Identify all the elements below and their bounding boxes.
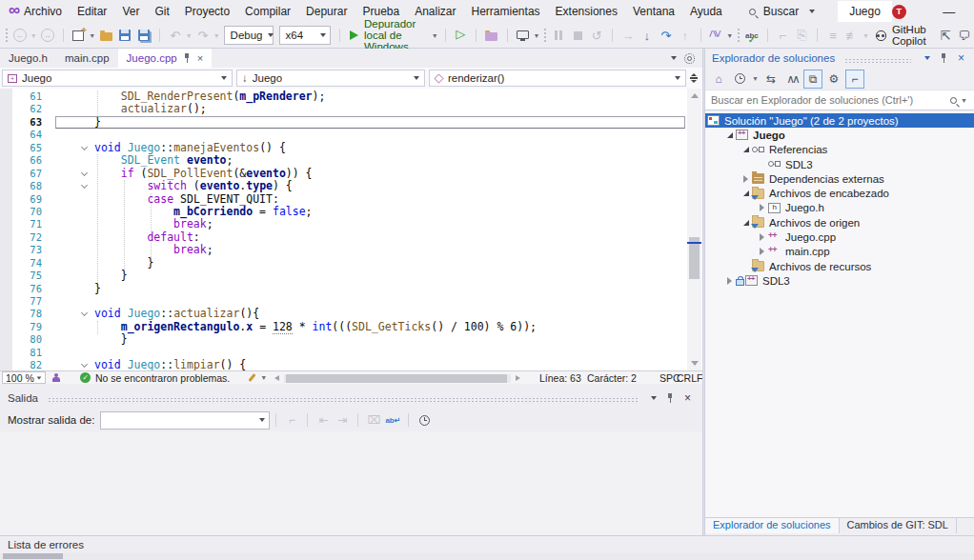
- menu-archivo[interactable]: Archivo: [16, 2, 70, 21]
- fold-collapse-icon[interactable]: [81, 361, 88, 368]
- fold-collapse-icon[interactable]: [81, 144, 88, 150]
- output-title-bar[interactable]: Salida ×: [0, 390, 702, 407]
- menu-ver[interactable]: Ver: [114, 2, 147, 21]
- window-position-menu[interactable]: [924, 56, 930, 60]
- copilot-chat-button[interactable]: 🗩: [956, 26, 973, 45]
- code-line-66[interactable]: 66 SDL_Event evento;: [0, 154, 702, 167]
- code-line-61[interactable]: 61 SDL_RenderPresent(m_pRenderer);: [0, 90, 702, 103]
- code-line-81[interactable]: 81: [0, 347, 702, 359]
- menu-ventana[interactable]: Ventana: [625, 2, 682, 21]
- step-into-button[interactable]: ↓: [639, 26, 656, 45]
- problems-status[interactable]: No se encontraron problemas.: [95, 372, 230, 384]
- code-line-64[interactable]: 64: [0, 129, 702, 141]
- zoom-dropdown[interactable]: 100 %: [2, 371, 46, 384]
- start-without-debugging-button[interactable]: [452, 26, 469, 45]
- code-line-62[interactable]: 62 actualizar();: [0, 103, 702, 115]
- restart-button[interactable]: ↺: [588, 26, 605, 45]
- tree-item-juego-cpp[interactable]: Juego.cpp: [705, 230, 974, 244]
- word-wrap-button[interactable]: ab↵: [383, 411, 402, 429]
- step-out-button[interactable]: ↑: [677, 26, 694, 45]
- document-tab-main-cpp[interactable]: main.cpp: [56, 49, 118, 68]
- expand-arrow-icon[interactable]: [740, 175, 752, 183]
- editor-options-gear-icon[interactable]: [684, 53, 695, 64]
- code-line-78[interactable]: 78void Juego::actualizar(){: [0, 308, 702, 320]
- menu-juego[interactable]: Juego: [838, 1, 892, 22]
- redo-button[interactable]: ↷: [194, 26, 212, 45]
- restore-button[interactable]: [967, 0, 974, 23]
- share-button[interactable]: ⇱: [937, 26, 954, 45]
- menu-git[interactable]: Git: [147, 2, 176, 21]
- pause-button[interactable]: [550, 26, 567, 45]
- platform-dropdown[interactable]: x64: [279, 26, 332, 45]
- feedback-icon[interactable]: [51, 373, 61, 383]
- find-message-button[interactable]: ⌐: [282, 411, 301, 429]
- chevron-down-icon[interactable]: ▼: [752, 75, 759, 82]
- save-all-button[interactable]: [135, 26, 152, 45]
- minimize-button[interactable]: —: [931, 0, 967, 23]
- pin-icon[interactable]: [183, 53, 192, 63]
- show-all-files-button[interactable]: ⧉: [803, 70, 822, 89]
- chevron-down-icon[interactable]: ▼: [726, 32, 733, 39]
- tree-item-sdl3[interactable]: SDL3: [705, 157, 974, 171]
- sync-with-active-document-button[interactable]: ⇆: [761, 70, 781, 89]
- uncomment-button[interactable]: ≢: [843, 26, 861, 45]
- timestamp-button[interactable]: [415, 411, 434, 429]
- chevron-down-icon[interactable]: ▼: [89, 32, 95, 39]
- document-list-dropdown[interactable]: [671, 56, 677, 60]
- line-indicator[interactable]: Línea: 63: [539, 372, 581, 384]
- show-next-statement-button[interactable]: →: [619, 26, 637, 45]
- fold-collapse-icon[interactable]: [81, 170, 88, 176]
- preview-selected-items-button[interactable]: ⌐: [845, 70, 864, 89]
- tree-item-dependencias-externas[interactable]: Dependencias externas: [705, 171, 974, 186]
- fold-collapse-icon[interactable]: [81, 182, 88, 189]
- solution-explorer-search[interactable]: ▼: [705, 90, 974, 110]
- scroll-up-arrow[interactable]: [691, 93, 699, 98]
- pin-icon[interactable]: [666, 393, 675, 403]
- collapse-arrow-icon[interactable]: [740, 147, 752, 152]
- code-line-71[interactable]: 71 break;: [0, 218, 702, 230]
- fold-collapse-icon[interactable]: [81, 310, 88, 316]
- previous-message-button[interactable]: ⇤: [314, 411, 333, 429]
- tree-item-juego[interactable]: Juego: [705, 128, 974, 142]
- spell-check-button[interactable]: abc: [743, 26, 761, 45]
- chevron-down-icon[interactable]: ▼: [186, 32, 193, 39]
- scope-dropdown[interactable]: ↓ Juego: [236, 70, 425, 87]
- collapse-all-button[interactable]: ∧∧: [782, 70, 802, 89]
- solution-search-input[interactable]: [711, 94, 950, 106]
- tab-error-list[interactable]: Lista de errores: [0, 539, 91, 550]
- save-button[interactable]: [116, 26, 133, 45]
- target-window-button[interactable]: [514, 26, 531, 45]
- code-line-73[interactable]: 73 break;: [0, 244, 702, 256]
- tree-item-main-cpp[interactable]: main.cpp: [705, 245, 974, 259]
- code-lines[interactable]: 61 SDL_RenderPresent(m_pRenderer);62 act…: [0, 90, 702, 370]
- split-editor-handle[interactable]: [687, 70, 700, 87]
- chevron-down-icon[interactable]: ▼: [213, 32, 220, 39]
- tree-item-archivos-de-recursos[interactable]: Archivos de recursos: [705, 259, 974, 273]
- switch-views-button[interactable]: ⌂: [709, 70, 728, 89]
- diagnostic-tools-button[interactable]: [707, 26, 724, 45]
- undo-button[interactable]: ↶: [167, 26, 184, 45]
- menu-compilar[interactable]: Compilar: [237, 2, 298, 21]
- code-line-75[interactable]: 75 }: [0, 270, 702, 282]
- chevron-down-icon[interactable]: ▼: [533, 32, 539, 39]
- line-ending-indicator[interactable]: CRLF: [677, 372, 702, 384]
- code-line-65[interactable]: 65void Juego::manejaEventos() {: [0, 142, 702, 154]
- chevron-down-icon[interactable]: ▼: [961, 97, 967, 104]
- step-over-button[interactable]: ↷: [658, 26, 675, 45]
- code-line-69[interactable]: 69 case SDL_EVENT_QUIT:: [0, 193, 702, 206]
- solution-config-dropdown[interactable]: Debug: [224, 26, 274, 45]
- chevron-down-icon[interactable]: ▼: [862, 32, 869, 39]
- close-panel-button[interactable]: ×: [684, 391, 691, 405]
- close-tab-icon[interactable]: ×: [197, 52, 203, 64]
- code-line-72[interactable]: 72 default:: [0, 231, 702, 244]
- expand-arrow-icon[interactable]: [723, 277, 736, 285]
- menu-proyecto[interactable]: Proyecto: [177, 2, 237, 21]
- window-position-menu[interactable]: [651, 396, 657, 400]
- pin-icon[interactable]: [940, 53, 948, 63]
- menu-editar[interactable]: Editar: [70, 2, 114, 21]
- code-line-77[interactable]: 77: [0, 295, 702, 308]
- attach-to-process-button[interactable]: [483, 26, 500, 45]
- code-editor[interactable]: 61 SDL_RenderPresent(m_pRenderer);62 act…: [0, 89, 702, 370]
- properties-button[interactable]: ⚙: [824, 70, 843, 89]
- comment-button[interactable]: ≡: [824, 26, 842, 45]
